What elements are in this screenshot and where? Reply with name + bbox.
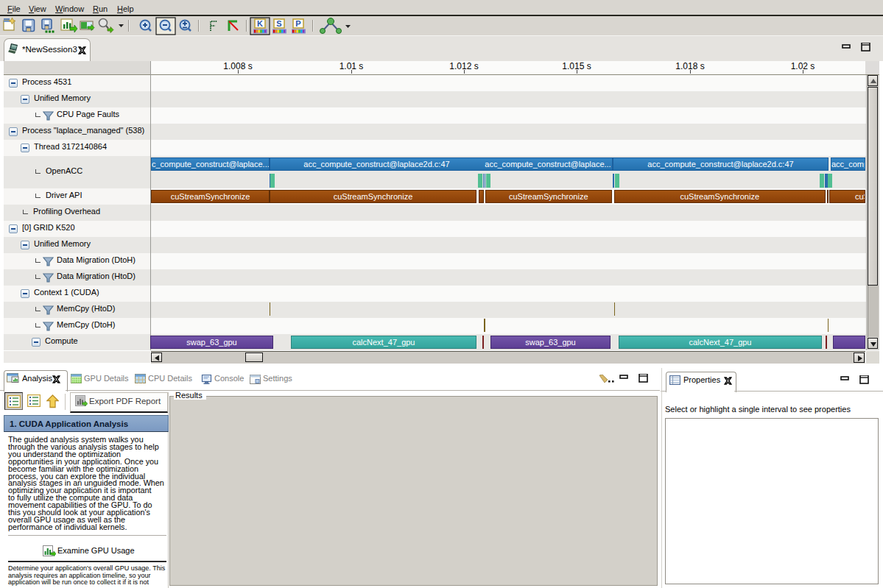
svg-text:K: K [257, 19, 263, 28]
svg-text:S: S [276, 19, 281, 28]
svg-text:P: P [295, 19, 300, 28]
